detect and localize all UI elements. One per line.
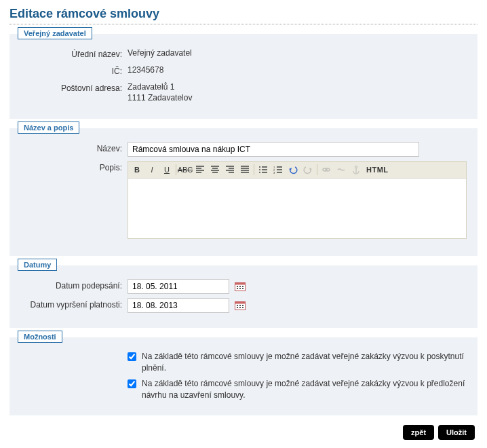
unlink-button[interactable] — [334, 163, 349, 176]
option-row-2: Na základě této rámcové smlouvy je možné… — [128, 378, 468, 401]
anchor-button[interactable] — [349, 163, 364, 176]
fieldset-zadavatel: Veřejný zadavatel Úřední název: Veřejný … — [9, 34, 478, 119]
label-popis: Popis: — [19, 161, 128, 174]
label-ic: IČ: — [19, 64, 128, 77]
align-justify-button[interactable] — [237, 163, 252, 176]
row-datum-vyprseni: Datum vypršení platnosti: — [19, 298, 468, 313]
bold-button[interactable]: B — [130, 163, 144, 176]
align-right-button[interactable] — [222, 163, 237, 176]
save-button[interactable]: Uložit — [438, 425, 475, 440]
label-datum-vyprseni: Datum vypršení platnosti: — [19, 298, 128, 311]
underline-button[interactable]: U — [159, 163, 174, 176]
svg-point-18 — [259, 172, 260, 173]
undo-button[interactable] — [286, 163, 300, 176]
svg-point-16 — [259, 166, 260, 168]
back-button[interactable]: zpět — [403, 425, 434, 440]
editor-toolbar: B I U ABC — [128, 161, 467, 178]
svg-rect-39 — [237, 288, 238, 289]
row-popis: Popis: B I U ABC — [19, 161, 468, 241]
option-row-1: Na základě této rámcové smlouvy je možné… — [128, 351, 468, 374]
row-uredni-nazev: Úřední název: Veřejný zadavatel — [19, 48, 468, 60]
toolbar-sep — [317, 164, 317, 175]
svg-rect-49 — [242, 307, 244, 308]
value-uredni-nazev: Veřejný zadavatel — [128, 48, 468, 59]
label-nazev: Název: — [19, 142, 128, 155]
row-nazev: Název: — [19, 142, 468, 157]
svg-rect-41 — [242, 288, 244, 289]
option-1-label: Na základě této rámcové smlouvy je možné… — [142, 351, 468, 374]
button-bar: zpět Uložit — [9, 425, 478, 440]
svg-rect-45 — [239, 305, 241, 306]
toolbar-sep — [254, 164, 254, 175]
toolbar-sep — [176, 164, 176, 175]
legend-datumy: Datumy — [18, 259, 57, 271]
legend-moznosti: Možnosti — [18, 331, 62, 343]
strikethrough-button[interactable]: ABC — [178, 163, 193, 176]
svg-text:3: 3 — [273, 171, 275, 174]
svg-rect-40 — [239, 288, 241, 289]
svg-rect-44 — [237, 305, 238, 306]
svg-rect-46 — [242, 305, 244, 306]
label-uredni-nazev: Úřední název: — [19, 48, 128, 60]
link-button[interactable] — [319, 163, 334, 176]
option-2-label: Na základě této rámcové smlouvy je možné… — [142, 378, 468, 401]
fieldset-nazev-popis: Název a popis Název: Popis: B I U ABC — [9, 128, 478, 256]
italic-button[interactable]: I — [144, 163, 159, 176]
value-ic: 12345678 — [128, 64, 468, 76]
value-adresa-line1: Zadavatelů 1 — [128, 82, 174, 92]
legend-nazev-popis: Název a popis — [18, 122, 79, 134]
title-divider — [9, 24, 478, 24]
nazev-input[interactable] — [128, 142, 419, 157]
svg-point-31 — [326, 168, 330, 171]
calendar-icon[interactable] — [235, 301, 246, 310]
svg-rect-38 — [242, 286, 244, 287]
row-adresa: Poštovní adresa: Zadavatelů 1 1111 Zadav… — [19, 81, 468, 105]
svg-rect-43 — [235, 302, 246, 304]
fieldset-datumy: Datumy Datum podepsání: Datum vypršení p… — [9, 265, 478, 328]
datum-vyprseni-input[interactable] — [128, 298, 229, 313]
redo-button[interactable] — [300, 163, 315, 176]
value-adresa-line2: 1111 Zadavatelov — [128, 93, 192, 102]
svg-point-17 — [259, 169, 260, 170]
legend-zadavatel: Veřejný zadavatel — [18, 27, 92, 39]
svg-rect-47 — [237, 307, 238, 308]
value-adresa: Zadavatelů 1 1111 Zadavatelov — [128, 81, 468, 105]
html-source-button[interactable]: HTML — [364, 163, 391, 176]
svg-point-32 — [355, 166, 357, 168]
align-center-button[interactable] — [208, 163, 222, 176]
unordered-list-button[interactable] — [256, 163, 271, 176]
popis-textarea[interactable] — [128, 178, 467, 239]
ordered-list-button[interactable]: 123 — [271, 163, 286, 176]
row-ic: IČ: 12345678 — [19, 64, 468, 77]
svg-rect-48 — [239, 307, 241, 308]
label-datum-podepsani: Datum podepsání: — [19, 279, 128, 292]
datum-podepsani-input[interactable] — [128, 279, 229, 294]
label-adresa: Poštovní adresa: — [19, 81, 128, 94]
svg-rect-37 — [239, 286, 241, 287]
svg-rect-36 — [237, 286, 238, 287]
fieldset-moznosti: Možnosti Na základě této rámcové smlouvy… — [9, 337, 478, 415]
option-2-checkbox[interactable] — [128, 379, 136, 388]
row-datum-podepsani: Datum podepsání: — [19, 279, 468, 294]
option-1-checkbox[interactable] — [128, 352, 136, 361]
calendar-icon[interactable] — [235, 282, 246, 291]
page-title: Editace rámcové smlouvy — [9, 7, 478, 21]
align-left-button[interactable] — [193, 163, 208, 176]
svg-rect-35 — [235, 283, 246, 285]
